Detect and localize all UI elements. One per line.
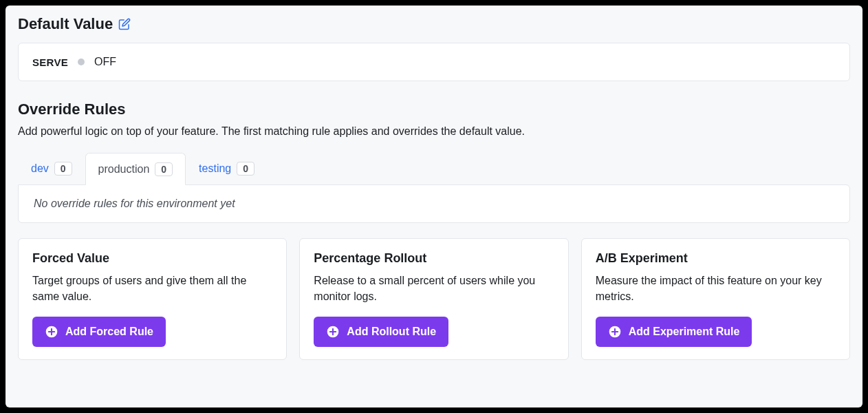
add-experiment-rule-button[interactable]: Add Experiment Rule [596,317,752,347]
tab-dev-count: 0 [54,162,72,176]
rule-cards-row: Forced Value Target groups of users and … [18,238,850,360]
add-forced-rule-button[interactable]: Add Forced Rule [32,317,166,347]
card-percentage-rollout-title: Percentage Rollout [314,251,554,266]
serve-box: SERVE OFF [18,43,850,81]
serve-label: SERVE [32,56,68,68]
default-value-header: Default Value [18,15,850,33]
override-rules-title: Override Rules [18,100,850,118]
add-forced-rule-label: Add Forced Rule [65,326,153,338]
edit-icon[interactable] [118,18,131,30]
environment-tabs: dev 0 production 0 testing 0 No override… [18,153,850,223]
plus-circle-icon [326,325,340,339]
tab-testing-count: 0 [237,162,254,176]
plus-circle-icon [45,325,58,339]
tabs-row: dev 0 production 0 testing 0 [18,153,850,184]
card-forced-value: Forced Value Target groups of users and … [18,238,287,360]
card-ab-experiment: A/B Experiment Measure the impact of thi… [581,238,850,360]
card-forced-value-desc: Target groups of users and give them all… [32,273,272,304]
page-container: Default Value SERVE OFF Override Rules A… [6,6,862,407]
tab-testing[interactable]: testing 0 [186,153,268,184]
add-rollout-rule-label: Add Rollout Rule [347,326,436,338]
card-percentage-rollout-desc: Release to a small percent of users whil… [314,273,554,304]
status-dot-icon [78,59,85,65]
tab-production-count: 0 [155,162,173,176]
override-rules-subtitle: Add powerful logic on top of your featur… [18,125,850,138]
card-percentage-rollout: Percentage Rollout Release to a small pe… [299,238,568,360]
add-rollout-rule-button[interactable]: Add Rollout Rule [314,317,448,347]
default-value-title: Default Value [18,15,113,33]
serve-value: OFF [94,56,116,68]
card-ab-experiment-desc: Measure the impact of this feature on yo… [596,273,836,304]
tab-dev[interactable]: dev 0 [18,153,85,184]
add-experiment-rule-label: Add Experiment Rule [629,326,740,338]
tab-production-label: production [98,163,150,176]
tab-production[interactable]: production 0 [85,153,186,185]
card-ab-experiment-title: A/B Experiment [596,251,836,266]
tab-dev-label: dev [31,162,49,175]
tab-content-empty-message: No override rules for this environment y… [18,184,850,223]
tab-testing-label: testing [199,162,231,175]
plus-circle-icon [608,325,622,339]
card-forced-value-title: Forced Value [32,251,272,266]
